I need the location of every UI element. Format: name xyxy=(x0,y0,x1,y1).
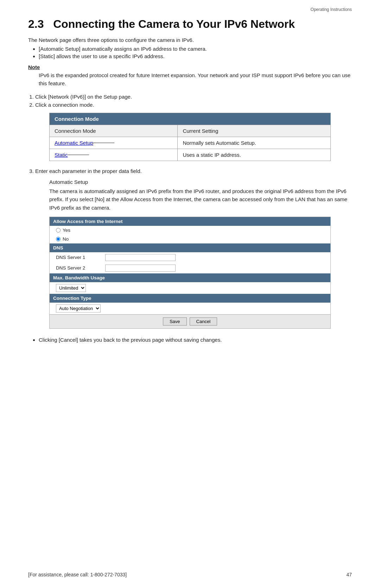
footer-page-number: 47 xyxy=(346,572,352,577)
conn-type-select-row: Auto Negotiation 10-Base Half 10-Base Fu… xyxy=(50,303,330,314)
step3: Enter each parameter in the proper data … xyxy=(35,168,352,174)
dash-line-2 xyxy=(68,155,89,155)
conn-type-select[interactable]: Auto Negotiation 10-Base Half 10-Base Fu… xyxy=(56,304,101,312)
conn-type-header: Connection Type xyxy=(50,294,330,303)
intro-text: The Network page offers three options to… xyxy=(28,37,352,43)
radio-yes-row: Yes xyxy=(50,226,330,235)
intro-bullets: [Automatic Setup] automatically assigns … xyxy=(39,46,352,59)
bullet-automatic-setup: [Automatic Setup] automatically assigns … xyxy=(39,46,352,52)
radio-yes[interactable] xyxy=(56,228,61,233)
dns-server1-label: DNS Server 1 xyxy=(56,255,105,260)
row1-setting: Normally sets Automatic Setup. xyxy=(178,137,331,149)
dns-section: DNS Server 1 DNS Server 2 xyxy=(50,252,330,273)
section-title-text: Connecting the Camera to Your IPv6 Netwo… xyxy=(53,18,295,30)
bottom-bullet-cancel: Clicking [Cancel] takes you back to the … xyxy=(39,336,352,344)
row2-setting: Uses a static IP address. xyxy=(178,149,331,161)
step3-list: Enter each parameter in the proper data … xyxy=(35,168,352,174)
bullet-static: [Static] allows the user to use a specif… xyxy=(39,53,352,59)
note-label: Note xyxy=(28,64,352,70)
dns-server1-row: DNS Server 1 xyxy=(50,252,330,263)
radio-no-row: No xyxy=(50,235,330,243)
dns-header: DNS xyxy=(50,243,330,252)
bw-select[interactable]: Unlimited 1 Mbit/s 2 Mbit/s 4 Mbit/s 8 M… xyxy=(56,284,86,292)
settings-footer: Save Cancel xyxy=(50,314,330,328)
bw-select-row: Unlimited 1 Mbit/s 2 Mbit/s 4 Mbit/s 8 M… xyxy=(50,282,330,294)
automatic-setup-link[interactable]: Automatic Setup xyxy=(55,140,93,146)
row1-mode[interactable]: Automatic Setup xyxy=(50,137,178,149)
connection-mode-header: Connection Mode xyxy=(50,113,331,125)
auto-setup-desc: The camera is automatically assigned an … xyxy=(49,187,352,212)
dns-server2-input[interactable] xyxy=(105,265,176,272)
connection-mode-table-wrapper: Connection Mode Connection Mode Current … xyxy=(49,113,331,161)
step1: Click [Network (IPv6)] on the Setup page… xyxy=(35,94,352,100)
steps-list: Click [Network (IPv6)] on the Setup page… xyxy=(35,94,352,108)
connection-mode-table: Connection Mode Connection Mode Current … xyxy=(49,113,331,161)
col-current-setting: Current Setting xyxy=(178,125,331,137)
save-button[interactable]: Save xyxy=(163,317,187,326)
section-number: 2.3 xyxy=(28,18,44,30)
auto-setup-label: Automatic Setup xyxy=(49,179,352,185)
note-body: IPv6 is the expanded protocol created fo… xyxy=(39,72,352,87)
note-section: Note IPv6 is the expanded protocol creat… xyxy=(28,64,352,87)
page-footer: [For assistance, please call: 1-800-272-… xyxy=(0,572,380,577)
dns-server1-input[interactable] xyxy=(105,254,176,261)
dns-server2-row: DNS Server 2 xyxy=(50,263,330,273)
radio-yes-label: Yes xyxy=(63,228,70,233)
operating-instructions-label: Operating Instructions xyxy=(311,7,352,12)
step2: Click a connection mode. xyxy=(35,102,352,108)
row2-mode[interactable]: Static xyxy=(50,149,178,161)
allow-access-header: Allow Access from the Internet xyxy=(50,217,330,226)
footer-assistance: [For assistance, please call: 1-800-272-… xyxy=(28,572,127,577)
bottom-bullets: Clicking [Cancel] takes you back to the … xyxy=(39,336,352,344)
static-link[interactable]: Static xyxy=(55,152,68,158)
bw-header: Max. Bandwidth Usage xyxy=(50,273,330,282)
cancel-button[interactable]: Cancel xyxy=(190,317,217,326)
dash-line-1 xyxy=(93,143,114,143)
col-connection-mode: Connection Mode xyxy=(50,125,178,137)
table-row-static: Static Uses a static IP address. xyxy=(50,149,331,161)
settings-box: Allow Access from the Internet Yes No DN… xyxy=(49,217,331,329)
section-title: 2.3 Connecting the Camera to Your IPv6 N… xyxy=(28,18,352,31)
table-row-automatic: Automatic Setup Normally sets Automatic … xyxy=(50,137,331,149)
radio-no[interactable] xyxy=(56,237,61,241)
dns-server2-label: DNS Server 2 xyxy=(56,265,105,271)
radio-no-label: No xyxy=(63,236,69,242)
